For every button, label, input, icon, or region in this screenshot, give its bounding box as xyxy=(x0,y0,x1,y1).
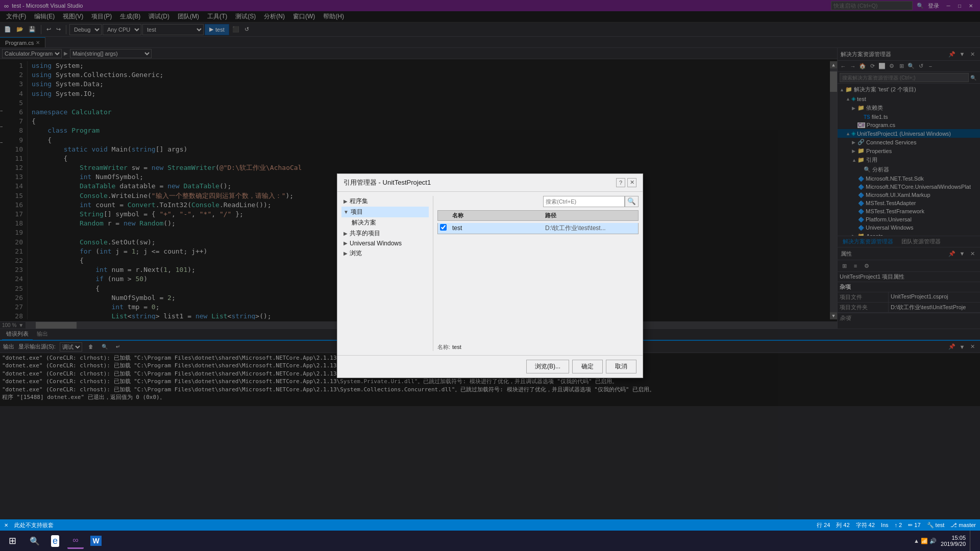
dialog-name-area: 名称: test xyxy=(437,343,639,351)
dialog-search-btn[interactable]: 🔍 xyxy=(625,196,639,207)
dialog-tree-shared[interactable]: ▶ 共享的项目 xyxy=(341,228,429,239)
dialog-search-row: 🔍 xyxy=(437,196,639,207)
taskbar-right: ▲ 📶 🔊 15:05 2019/9/20 xyxy=(914,531,980,551)
dialog-controls: ? ✕ xyxy=(616,178,636,187)
row-name: test xyxy=(450,224,543,232)
dialog-tree-uwp[interactable]: ▶ Universal Windows xyxy=(341,239,429,248)
row-checkbox[interactable] xyxy=(440,224,447,231)
header-name: 名称 xyxy=(450,212,543,219)
status-ins: Ins xyxy=(881,522,889,528)
status-col: 列 42 xyxy=(836,521,849,529)
row-check[interactable] xyxy=(440,224,450,232)
dialog-tree-assemblies[interactable]: ▶ 程序集 xyxy=(341,196,429,207)
taskbar-browser-icon[interactable]: e xyxy=(47,533,63,549)
taskbar-word-icon[interactable]: W xyxy=(88,533,104,549)
taskbar: ⊞ 🔍 e ∞ W ▲ 📶 🔊 15:05 2019/9/20 xyxy=(0,531,980,551)
taskbar-clock: 15:05 2019/9/20 xyxy=(941,535,966,547)
vs-icon: ∞ xyxy=(72,536,78,545)
dialog-table-header: 名称 路径 xyxy=(437,210,639,221)
dialog-name-value: test xyxy=(452,344,461,350)
status-error-msg: 此处不支持嵌套 xyxy=(14,521,54,529)
dialog-table-row[interactable]: test D:\软工作业\test\test... xyxy=(437,223,639,234)
dialog-close-btn[interactable]: ✕ xyxy=(627,178,636,187)
dialog-overlay: 引用管理器 - UnitTestProject1 ? ✕ ▶ 程序集 ▼ 项目 … xyxy=(0,0,980,551)
dialog-right-panel: 🔍 名称 路径 test D:\软工作业\test\test... 名称: xyxy=(433,196,639,351)
dialog-search-input[interactable] xyxy=(543,196,625,207)
tree-arrow: ▶ xyxy=(344,231,348,236)
status-bar: ✕ 此处不支持嵌套 行 24 列 42 字符 42 Ins ↑ 2 ✏ 17 🔧… xyxy=(0,519,980,531)
dialog-browse-btn[interactable]: 浏览(B)... xyxy=(526,360,569,373)
status-project: 🔧 test xyxy=(927,522,945,529)
status-char: 字符 42 xyxy=(856,521,875,529)
status-error-icon: ✕ xyxy=(4,522,8,528)
row-path: D:\软工作业\test\test... xyxy=(543,224,636,233)
clock-date: 2019/9/20 xyxy=(941,541,966,547)
dialog-footer: 浏览(B)... 确定 取消 xyxy=(337,355,643,378)
status-branch: ⎇ master xyxy=(950,522,976,529)
tree-arrow: ▼ xyxy=(344,209,349,215)
dialog-title: 引用管理器 - UnitTestProject1 xyxy=(344,178,431,187)
dialog-name-label: 名称: xyxy=(437,343,450,351)
status-num: ✏ 17 xyxy=(908,522,920,529)
tree-arrow: ▶ xyxy=(344,240,348,246)
dialog-tree-solution[interactable]: 解决方案 xyxy=(341,217,429,228)
dialog-table-empty xyxy=(437,236,639,339)
word-icon: W xyxy=(90,536,101,546)
dialog-tree-browse[interactable]: ▶ 浏览 xyxy=(341,248,429,259)
status-space: ↑ 2 xyxy=(895,522,902,528)
start-button[interactable]: ⊞ xyxy=(0,531,24,551)
dialog-tree-projects[interactable]: ▼ 项目 xyxy=(341,207,429,217)
tree-arrow: ▶ xyxy=(344,251,348,256)
dialog-titlebar: 引用管理器 - UnitTestProject1 ? ✕ xyxy=(337,174,643,192)
search-icon: 🔍 xyxy=(30,536,40,546)
status-bar-right: 行 24 列 42 字符 42 Ins ↑ 2 ✏ 17 🔧 test ⎇ ma… xyxy=(817,521,976,529)
dialog-body: ▶ 程序集 ▼ 项目 解决方案 ▶ 共享的项目 ▶ Universal Wind… xyxy=(337,192,643,355)
dialog-left-tree: ▶ 程序集 ▼ 项目 解决方案 ▶ 共享的项目 ▶ Universal Wind… xyxy=(341,196,433,351)
taskbar-search-icon[interactable]: 🔍 xyxy=(27,533,43,549)
header-path: 路径 xyxy=(543,212,636,219)
status-row: 行 24 xyxy=(817,521,830,529)
start-icon: ⊞ xyxy=(9,535,16,546)
taskbar-tray: ▲ 📶 🔊 xyxy=(914,538,937,544)
clock-time: 15:05 xyxy=(941,535,966,541)
dialog-ok-btn[interactable]: 确定 xyxy=(572,360,603,373)
status-bar-left: ✕ 此处不支持嵌套 xyxy=(4,521,54,529)
tree-arrow: ▶ xyxy=(344,198,348,204)
header-check xyxy=(440,212,450,219)
tray-icons: ▲ 📶 🔊 xyxy=(914,538,937,544)
dialog-cancel-btn[interactable]: 取消 xyxy=(606,360,636,373)
dialog-help-btn[interactable]: ? xyxy=(616,178,625,187)
ie-icon: e xyxy=(51,535,59,547)
taskbar-vs-icon[interactable]: ∞ xyxy=(67,533,84,549)
reference-manager-dialog: 引用管理器 - UnitTestProject1 ? ✕ ▶ 程序集 ▼ 项目 … xyxy=(337,173,643,378)
show-desktop-btn[interactable] xyxy=(970,531,974,551)
